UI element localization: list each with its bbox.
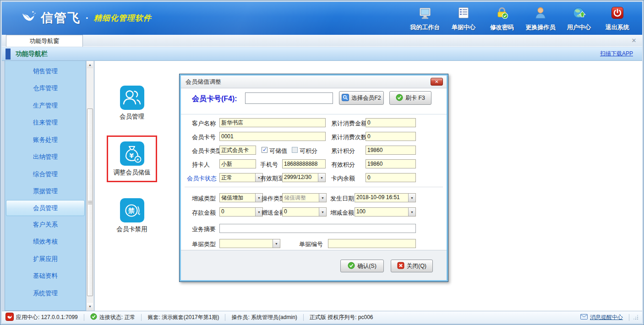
sidebar-item-system[interactable]: 系统管理 — [5, 285, 86, 302]
deposit-amount-label: 存款金额 — [192, 209, 216, 217]
cumulative-amount-label: 累计消费金额 — [331, 119, 367, 128]
dropdown-arrow-icon[interactable] — [408, 208, 415, 216]
deposit-amount-combobox[interactable]: 0 — [219, 207, 263, 217]
dropdown-arrow-icon[interactable] — [319, 208, 326, 216]
occur-date-label: 发生日期 — [330, 195, 354, 203]
sidebar-scrollbar[interactable] — [86, 61, 94, 311]
swipe-card-button[interactable]: 刷卡 F3 — [389, 91, 431, 105]
menu-item-exit-system[interactable]: 退出系统 — [598, 6, 637, 32]
card-type-input[interactable] — [219, 146, 256, 155]
holder-input[interactable] — [219, 159, 256, 168]
dropdown-arrow-icon — [319, 194, 326, 202]
status-bar: 应用中心: 127.0.0.1:7099 连接状态: 正常 账套: 演示账套(2… — [2, 311, 642, 323]
message-center-link[interactable]: 消息提醒中心 — [574, 314, 629, 321]
adjust-type-combobox[interactable]: 储值增加 — [219, 193, 263, 202]
scan-download-app-link[interactable]: 扫描下载APP — [600, 50, 633, 58]
balance-input[interactable] — [366, 173, 416, 182]
sidebar-item-performance[interactable]: 绩效考核 — [5, 233, 86, 251]
sidebar-item-warehouse[interactable]: 仓库管理 — [5, 80, 86, 98]
storable-checkbox[interactable] — [262, 147, 267, 153]
sidebar-item-accounting[interactable]: 账务处理 — [5, 131, 86, 149]
card-number-input[interactable] — [245, 92, 333, 104]
status-app-center: 应用中心: 127.0.0.1:7099 — [5, 313, 84, 322]
dropdown-arrow-icon[interactable] — [318, 173, 325, 182]
nav-header-accent — [5, 49, 11, 60]
cumulative-count-input[interactable] — [366, 132, 416, 141]
sidebar-item-cashier[interactable]: 出纳管理 — [5, 149, 86, 166]
menu-item-switch-operator[interactable]: 更换操作员 — [521, 6, 560, 32]
connection-ok-icon — [90, 313, 97, 321]
resize-grip-icon[interactable] — [633, 314, 639, 320]
dropdown-arrow-icon[interactable] — [273, 239, 280, 248]
menu-item-change-password[interactable]: 修改密码 — [483, 6, 521, 32]
member-card-no-label: 会员卡号 — [192, 133, 216, 141]
sidebar-item-members[interactable]: 会员管理 — [6, 200, 85, 216]
card-number-label: 会员卡号(F4): — [192, 94, 237, 104]
tile-member-card-disable[interactable]: 禁 会员卡禁用 — [100, 198, 164, 233]
dialog-title-bar[interactable]: 会员储值调整 — [181, 76, 447, 88]
sidebar-item-invoices[interactable]: 票据管理 — [5, 183, 86, 200]
adjust-amount-label: 增减金额 — [330, 209, 354, 217]
summary-label: 业务摘要 — [192, 225, 216, 233]
status-operator: 操作员: 系统管理员(admin) — [225, 314, 303, 321]
valid-until-combobox[interactable]: 2999/12/30 — [282, 173, 326, 182]
card-status-label[interactable]: 会员卡状态 — [187, 174, 217, 183]
customer-name-input[interactable] — [219, 118, 326, 127]
menu-item-workbench[interactable]: 我的工作台 — [406, 6, 444, 32]
menu-item-documents[interactable]: 单据中心 — [444, 6, 483, 32]
sidebar-item-sales[interactable]: 销售管理 — [5, 63, 86, 80]
tile-adjust-member-stored-value[interactable]: ¥ 调整会员储值 — [100, 141, 164, 177]
storable-label: 可储值 — [269, 147, 287, 155]
sidebar-item-production[interactable]: 生产管理 — [5, 97, 86, 114]
svg-text:禁: 禁 — [128, 207, 135, 214]
switch-operator-icon — [534, 6, 547, 22]
tab-close-icon[interactable] — [630, 37, 638, 44]
summary-input[interactable] — [219, 224, 416, 233]
nav-header: 功能导航栏 扫描下载APP — [2, 47, 642, 61]
members-icon — [120, 86, 144, 110]
mobile-input[interactable] — [282, 159, 326, 168]
doc-no-input[interactable] — [328, 239, 416, 248]
scrollbar-grip-icon — [88, 202, 92, 203]
sidebar-item-base-data[interactable]: 基础资料 — [5, 268, 86, 285]
pointable-label: 可积分 — [300, 147, 317, 155]
green-check-icon — [396, 94, 403, 103]
money-bag-icon: ¥ — [120, 141, 144, 166]
app-window: 信管飞 · 精细化管理软件 我的工作台 — [0, 0, 644, 325]
valid-until-label: 有效期至 — [260, 174, 284, 183]
doc-type-combobox[interactable] — [219, 239, 280, 248]
pointable-checkbox[interactable] — [292, 147, 298, 153]
tile-label: 会员管理 — [120, 113, 144, 121]
select-member-button[interactable]: 选择会员F2 — [339, 91, 384, 105]
sidebar-item-comprehensive[interactable]: 综合管理 — [5, 166, 86, 183]
dialog-close-icon[interactable] — [431, 78, 443, 86]
valid-points-label: 有效积分 — [331, 161, 355, 169]
tile-label: 调整会员储值 — [114, 168, 151, 177]
valid-points-input[interactable] — [366, 159, 416, 168]
documents-icon — [457, 6, 470, 22]
scrollbar-thumb[interactable] — [87, 108, 93, 296]
scroll-up-arrow-icon[interactable] — [87, 61, 93, 68]
svg-text:¥: ¥ — [129, 152, 134, 159]
member-card-no-input[interactable] — [219, 132, 326, 141]
red-x-icon — [397, 262, 404, 271]
tab-function-navigation[interactable]: 功能导航窗 — [6, 35, 83, 47]
adjust-amount-combobox[interactable]: 100 — [355, 207, 416, 217]
confirm-button[interactable]: 确认(S) — [340, 260, 384, 272]
card-status-combobox[interactable]: 正常 — [219, 173, 263, 182]
sidebar-item-customer-relations[interactable]: 客户关系 — [5, 216, 86, 233]
cumulative-amount-input[interactable] — [366, 118, 416, 127]
occur-date-combobox[interactable]: 2018-10-09 16:51 — [355, 193, 416, 202]
dropdown-arrow-icon[interactable] — [408, 194, 415, 202]
tile-member-management[interactable]: 会员管理 — [100, 86, 164, 121]
sidebar-item-contacts[interactable]: 往来管理 — [5, 114, 86, 132]
menu-item-user-center[interactable]: 用户中心 — [560, 6, 598, 32]
sidebar-item-extensions[interactable]: 扩展应用 — [5, 250, 86, 268]
password-lock-icon — [495, 6, 509, 22]
dialog-close-button[interactable]: 关闭(Q) — [391, 260, 433, 272]
app-center-logo-icon — [5, 313, 14, 322]
gift-amount-combobox[interactable]: 0 — [282, 207, 327, 217]
sidebar-nav: 销售管理 仓库管理 生产管理 往来管理 账务处理 出纳管理 综合管理 票据管理 … — [5, 61, 86, 311]
scroll-down-arrow-icon[interactable] — [87, 303, 93, 310]
cumulative-points-input[interactable] — [366, 146, 416, 155]
